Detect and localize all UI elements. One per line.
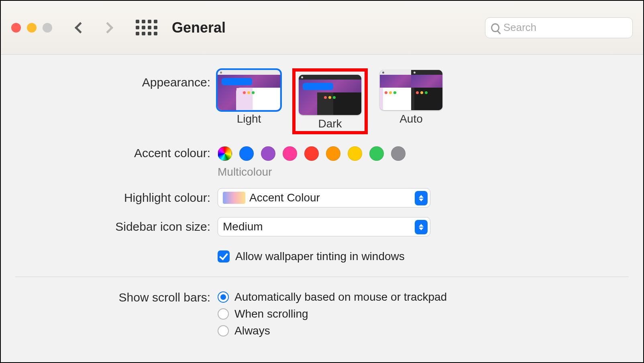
wallpaper-tinting-checkbox[interactable]: Allow wallpaper tinting in windows bbox=[218, 246, 631, 263]
sidebar-icon-size-value: Medium bbox=[223, 220, 263, 233]
accent-swatch-multicolour[interactable] bbox=[218, 146, 232, 161]
section-divider bbox=[15, 277, 629, 277]
close-window-button[interactable] bbox=[11, 23, 21, 33]
appearance-thumb-dark bbox=[299, 75, 361, 115]
appearance-option-auto[interactable]: Auto bbox=[380, 70, 442, 125]
accent-swatch-green[interactable] bbox=[369, 146, 384, 161]
search-input[interactable] bbox=[503, 21, 627, 34]
appearance-option-label: Dark bbox=[318, 117, 342, 130]
page-title: General bbox=[172, 19, 226, 36]
appearance-option-label: Light bbox=[237, 113, 261, 125]
search-field[interactable] bbox=[485, 17, 633, 38]
window-controls bbox=[11, 23, 52, 33]
appearance-option-label: Auto bbox=[399, 113, 423, 125]
accent-colour-label: Accent colour: bbox=[1, 142, 218, 160]
accent-swatch-red[interactable] bbox=[304, 146, 319, 161]
minimize-window-button[interactable] bbox=[27, 23, 37, 33]
accent-swatch-yellow[interactable] bbox=[348, 146, 362, 161]
search-icon bbox=[491, 23, 499, 32]
appearance-option-dark[interactable]: Dark bbox=[294, 70, 366, 133]
radio-icon bbox=[218, 325, 229, 336]
highlight-colour-value: Accent Colour bbox=[249, 191, 320, 204]
sidebar-icon-size-select[interactable]: Medium bbox=[218, 217, 430, 236]
appearance-thumb-auto bbox=[380, 70, 442, 110]
scrollbars-option-label: When scrolling bbox=[234, 308, 308, 320]
accent-swatch-purple[interactable] bbox=[261, 146, 275, 161]
appearance-option-light[interactable]: Light bbox=[218, 70, 280, 125]
accent-swatch-pink[interactable] bbox=[283, 146, 297, 161]
accent-swatch-blue[interactable] bbox=[239, 146, 254, 161]
accent-colour-swatches bbox=[218, 142, 631, 161]
wallpaper-tinting-label: Allow wallpaper tinting in windows bbox=[235, 250, 405, 263]
appearance-options: Light Dark bbox=[218, 59, 631, 133]
checkbox-icon bbox=[218, 250, 230, 263]
appearance-label: Appearance: bbox=[1, 59, 218, 89]
sidebar-icon-size-label: Sidebar icon size: bbox=[1, 220, 218, 234]
accent-swatch-graphite[interactable] bbox=[391, 146, 406, 161]
accent-selected-name: Multicolour bbox=[218, 166, 631, 178]
nav-arrows bbox=[76, 24, 112, 32]
show-all-prefs-button[interactable] bbox=[136, 20, 157, 35]
select-stepper-icon bbox=[415, 220, 428, 234]
back-button[interactable] bbox=[75, 22, 86, 33]
highlight-swatch-icon bbox=[223, 192, 245, 204]
toolbar: General bbox=[1, 1, 643, 55]
preferences-content: Appearance: Light bbox=[1, 55, 643, 362]
scrollbars-radio-group: Automatically based on mouse or trackpad… bbox=[218, 291, 631, 337]
scrollbars-option-label: Always bbox=[234, 324, 270, 337]
appearance-thumb-light bbox=[218, 70, 280, 110]
scrollbars-label: Show scroll bars: bbox=[1, 291, 218, 304]
accent-swatch-orange[interactable] bbox=[326, 146, 340, 161]
forward-button bbox=[102, 22, 113, 33]
highlight-colour-label: Highlight colour: bbox=[1, 191, 218, 205]
radio-icon bbox=[218, 308, 229, 320]
scrollbars-option-when-scrolling[interactable]: When scrolling bbox=[218, 308, 631, 320]
radio-icon bbox=[218, 291, 229, 303]
zoom-window-button[interactable] bbox=[43, 23, 52, 33]
highlight-colour-select[interactable]: Accent Colour bbox=[218, 188, 430, 207]
select-stepper-icon bbox=[415, 191, 428, 205]
scrollbars-option-always[interactable]: Always bbox=[218, 324, 631, 337]
scrollbars-option-label: Automatically based on mouse or trackpad bbox=[234, 291, 447, 304]
scrollbars-option-auto[interactable]: Automatically based on mouse or trackpad bbox=[218, 291, 631, 304]
